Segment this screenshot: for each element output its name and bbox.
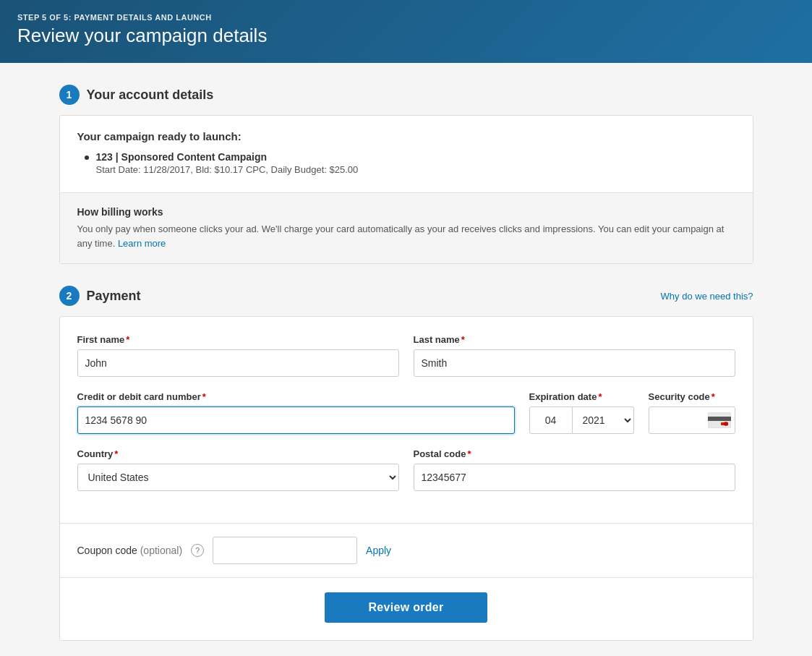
card-required: * [202, 391, 206, 402]
svg-point-3 [724, 422, 728, 426]
coupon-code-input[interactable] [213, 537, 357, 564]
page-header: STEP 5 OF 5: PAYMENT DETAILS AND LAUNCH … [0, 0, 812, 63]
last-name-label: Last name* [414, 334, 735, 345]
review-order-button[interactable]: Review order [325, 592, 487, 623]
form-container: 1 Your account details Your campaign rea… [59, 85, 753, 641]
card-number-input[interactable] [77, 406, 515, 434]
first-name-input[interactable] [77, 349, 399, 377]
section2-header: 2 Payment Why do we need this? [59, 286, 753, 306]
bullet-icon [85, 156, 89, 160]
svg-rect-1 [708, 417, 731, 421]
last-name-required: * [461, 334, 465, 345]
page-title: Review your campaign details [17, 25, 795, 47]
coupon-optional-label: (optional) [140, 545, 182, 556]
name-row: First name* Last name* [77, 334, 735, 377]
expiry-month-input[interactable] [529, 406, 573, 434]
campaign-ready-label: Your campaign ready to launch: [77, 130, 735, 142]
payment-form: First name* Last name* [60, 317, 753, 523]
country-label: Country* [77, 448, 399, 459]
billing-title: How billing works [77, 206, 735, 218]
address-row: Country* United States Canada United Kin… [77, 448, 735, 491]
expiry-label: Expiration date* [529, 391, 634, 402]
section1-number: 1 [59, 85, 80, 105]
country-required: * [114, 448, 118, 459]
section-payment: 2 Payment Why do we need this? First nam… [59, 286, 753, 641]
expiry-group: Expiration date* 2021 2022 2023 2024 202… [529, 391, 634, 434]
security-group: Security code* [649, 391, 735, 434]
card-number-group: Credit or debit card number* [77, 391, 515, 434]
step-label: STEP 5 OF 5: PAYMENT DETAILS AND LAUNCH [17, 13, 795, 22]
campaign-item: 123 | Sponsored Content Campaign Start D… [77, 151, 735, 175]
last-name-input[interactable] [414, 349, 735, 377]
campaign-info: Your campaign ready to launch: 123 | Spo… [60, 116, 753, 193]
main-content: 1 Your account details Your campaign rea… [0, 63, 812, 656]
payment-card: First name* Last name* [59, 316, 753, 641]
account-details-card: Your campaign ready to launch: 123 | Spo… [59, 115, 753, 264]
coupon-help-icon[interactable]: ? [191, 544, 204, 557]
why-need-this-link[interactable]: Why do we need this? [661, 291, 753, 302]
billing-info: How billing works You only pay when some… [60, 193, 753, 263]
first-name-required: * [126, 334, 129, 345]
security-required: * [711, 391, 715, 402]
section-account-details: 1 Your account details Your campaign rea… [59, 85, 753, 264]
postal-code-input[interactable] [414, 464, 735, 491]
expiry-year-select[interactable]: 2021 2022 2023 2024 2025 [573, 406, 634, 434]
campaign-name: 123 | Sponsored Content Campaign [96, 151, 359, 163]
apply-coupon-button[interactable]: Apply [366, 545, 391, 556]
billing-text: You only pay when someone clicks your ad… [77, 222, 735, 250]
campaign-details: Start Date: 11/28/2017, Bld: $10.17 CPC,… [96, 164, 359, 175]
card-icon [708, 412, 731, 428]
first-name-label: First name* [77, 334, 399, 345]
section2-title: Payment [87, 289, 141, 304]
section2-left: 2 Payment [59, 286, 141, 306]
expiry-inputs: 2021 2022 2023 2024 2025 [529, 406, 634, 434]
postal-label: Postal code* [414, 448, 735, 459]
section1-header: 1 Your account details [59, 85, 753, 105]
security-input-wrapper [649, 406, 735, 434]
postal-required: * [467, 448, 471, 459]
coupon-section: Coupon code (optional) ? Apply [60, 523, 753, 577]
first-name-group: First name* [77, 334, 399, 377]
card-row: Credit or debit card number* Expiration … [77, 391, 735, 434]
security-label: Security code* [649, 391, 735, 402]
last-name-group: Last name* [414, 334, 735, 377]
section1-title: Your account details [87, 88, 214, 103]
expiry-required: * [598, 391, 602, 402]
card-number-label: Credit or debit card number* [77, 391, 515, 402]
country-select[interactable]: United States Canada United Kingdom Aust… [77, 464, 399, 491]
country-group: Country* United States Canada United Kin… [77, 448, 399, 491]
postal-code-group: Postal code* [414, 448, 735, 491]
button-row: Review order [60, 577, 753, 640]
billing-text-content: You only pay when someone clicks your ad… [77, 223, 725, 249]
learn-more-link[interactable]: Learn more [118, 238, 166, 249]
campaign-item-content: 123 | Sponsored Content Campaign Start D… [96, 151, 359, 175]
section2-number: 2 [59, 286, 80, 306]
coupon-label: Coupon code (optional) [77, 545, 183, 556]
